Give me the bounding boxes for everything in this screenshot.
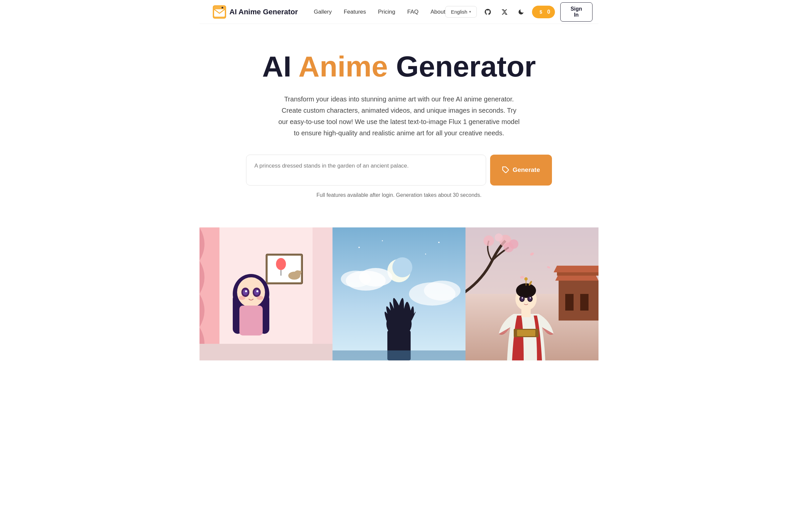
generate-button[interactable]: Generate bbox=[490, 155, 552, 186]
nav-gallery[interactable]: Gallery bbox=[314, 8, 332, 15]
logo-link[interactable]: AI Anime Generator bbox=[213, 5, 298, 19]
svg-rect-29 bbox=[200, 344, 332, 360]
svg-point-52 bbox=[509, 240, 518, 249]
input-section: Generate bbox=[246, 155, 552, 186]
chevron-down-icon: ▾ bbox=[469, 10, 471, 14]
svg-point-25 bbox=[256, 290, 258, 292]
svg-rect-61 bbox=[517, 330, 535, 336]
dark-mode-button[interactable] bbox=[515, 6, 527, 18]
svg-rect-53 bbox=[558, 281, 598, 321]
svg-point-51 bbox=[495, 233, 503, 241]
svg-point-72 bbox=[522, 297, 523, 299]
svg-point-36 bbox=[425, 253, 426, 254]
logo-icon bbox=[213, 5, 226, 19]
coin-balance[interactable]: $ 0 bbox=[532, 6, 555, 18]
image-gallery bbox=[200, 227, 598, 360]
hero-title-highlight: Anime bbox=[299, 50, 388, 83]
svg-point-50 bbox=[483, 235, 494, 246]
svg-rect-44 bbox=[394, 336, 404, 342]
hero-title-part2: Generator bbox=[388, 50, 536, 83]
generate-icon bbox=[502, 166, 509, 174]
svg-point-34 bbox=[438, 242, 440, 243]
svg-point-73 bbox=[530, 297, 531, 299]
svg-point-32 bbox=[392, 258, 412, 277]
svg-point-24 bbox=[245, 290, 247, 292]
svg-point-15 bbox=[298, 271, 302, 273]
gallery-image-2 bbox=[332, 227, 466, 360]
feature-note: Full features available after login. Gen… bbox=[213, 192, 585, 198]
navbar: AI Anime Generator Gallery Features Pric… bbox=[200, 0, 598, 24]
nav-faq[interactable]: FAQ bbox=[407, 8, 419, 15]
svg-point-27 bbox=[239, 296, 245, 300]
gallery-image-1 bbox=[200, 227, 332, 360]
sign-in-button[interactable]: Sign In bbox=[560, 2, 592, 22]
language-label: English bbox=[451, 9, 467, 15]
svg-point-19 bbox=[237, 277, 265, 307]
coin-count: 0 bbox=[547, 9, 550, 15]
svg-point-23 bbox=[254, 289, 259, 295]
x-icon bbox=[501, 8, 508, 15]
svg-point-39 bbox=[341, 271, 371, 287]
github-button[interactable] bbox=[482, 6, 493, 18]
gallery-item-2 bbox=[332, 227, 466, 360]
nav-pricing[interactable]: Pricing bbox=[378, 8, 395, 15]
nav-features[interactable]: Features bbox=[344, 8, 366, 15]
gallery-item-1 bbox=[200, 227, 332, 360]
svg-rect-45 bbox=[332, 350, 466, 360]
generate-label: Generate bbox=[513, 166, 540, 174]
hero-subtitle: Transform your ideas into stunning anime… bbox=[278, 93, 520, 139]
dollar-icon: $ bbox=[537, 8, 545, 16]
hero-title: AI Anime Generator bbox=[213, 51, 585, 83]
gallery-item-3 bbox=[466, 227, 598, 360]
svg-rect-54 bbox=[565, 294, 573, 310]
nav-links: Gallery Features Pricing FAQ About bbox=[314, 8, 445, 15]
nav-right: English ▾ $ 0 Sign In bbox=[445, 2, 592, 22]
svg-rect-55 bbox=[580, 294, 589, 310]
svg-point-28 bbox=[257, 296, 263, 300]
gallery-image-3 bbox=[466, 227, 598, 360]
svg-point-11 bbox=[276, 258, 286, 270]
hero-section: AI Anime Generator Transform your ideas … bbox=[200, 24, 598, 227]
svg-point-22 bbox=[243, 289, 248, 295]
hero-title-part1: AI bbox=[262, 50, 298, 83]
logo-text: AI Anime Generator bbox=[229, 8, 298, 16]
github-icon bbox=[484, 8, 491, 16]
svg-point-35 bbox=[382, 240, 383, 241]
svg-rect-7 bbox=[312, 227, 332, 360]
moon-icon bbox=[518, 8, 524, 15]
prompt-input[interactable] bbox=[246, 155, 486, 186]
svg-point-66 bbox=[524, 277, 528, 281]
nav-about[interactable]: About bbox=[431, 8, 445, 15]
svg-rect-26 bbox=[240, 306, 263, 336]
twitter-x-button[interactable] bbox=[499, 6, 510, 18]
language-selector[interactable]: English ▾ bbox=[445, 6, 477, 18]
svg-point-33 bbox=[358, 247, 360, 248]
svg-point-41 bbox=[424, 281, 460, 301]
